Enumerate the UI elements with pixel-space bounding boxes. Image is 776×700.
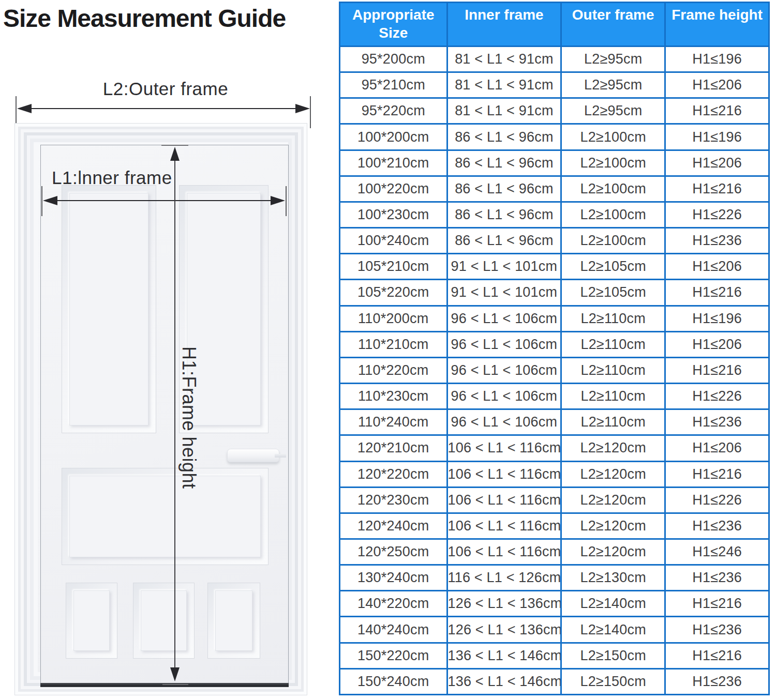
table-cell: H1≤236 [665,513,769,539]
table-cell: 106 < L1 < 116cm [447,435,561,461]
outer-frame-right-tick [310,96,311,128]
table-cell: L2≥100cm [561,202,665,227]
table-cell: 96 < L1 < 106cm [447,331,561,357]
table-cell: 106 < L1 < 116cm [447,513,561,539]
table-cell: L2≥110cm [561,384,665,409]
table-cell: 105*210cm [340,254,447,280]
door-frame [14,123,307,695]
table-cell: H1≤216 [665,591,769,617]
table-cell: 110*220cm [340,357,447,383]
table-cell: H1≤236 [665,668,769,694]
door-panel-bottom-right [207,583,260,659]
frame-height-bottom-tick [162,684,188,685]
door-panel-middle [62,468,268,565]
table-row: 150*240cm136 < L1 < 146cmL2≥150cmH1≤236 [340,668,769,694]
inner-frame-width-arrow [57,200,271,201]
table-cell: H1≤216 [665,98,769,124]
table-cell: 91 < L1 < 101cm [447,280,561,306]
table-row: 105*210cm91 < L1 < 101cmL2≥105cmH1≤206 [340,254,769,280]
table-cell: 81 < L1 < 91cm [447,72,561,98]
table-cell: L2≥110cm [561,331,665,357]
table-cell: 95*210cm [340,72,447,98]
outer-frame-width-label: L2:Outer frame [78,79,253,99]
table-cell: L2≥120cm [561,513,665,539]
table-cell: H1≤216 [665,280,769,306]
table-row: 100*210cm86 < L1 < 96cmL2≥100cmH1≤206 [340,150,769,176]
table-cell: 100*240cm [340,228,447,254]
inner-frame-right-tick [286,186,287,216]
table-cell: 120*230cm [340,487,447,513]
table-cell: 120*210cm [340,435,447,461]
table-row: 150*220cm136 < L1 < 146cmL2≥150cmH1≤216 [340,643,769,668]
table-cell: 86 < L1 < 96cm [447,150,561,176]
table-cell: H1≤236 [665,565,769,591]
table-cell: 96 < L1 < 106cm [447,409,561,435]
table-cell: L2≥95cm [561,47,665,72]
table-cell: H1≤226 [665,202,769,227]
table-cell: L2≥95cm [561,98,665,124]
table-cell: 106 < L1 < 116cm [447,461,561,487]
page-title: Size Measurement Guide [3,4,338,33]
table-row: 100*240cm86 < L1 < 96cmL2≥100cmH1≤236 [340,228,769,254]
table-cell: L2≥105cm [561,254,665,280]
table-cell: H1≤246 [665,539,769,565]
table-row: 100*200cm86 < L1 < 96cmL2≥100cmH1≤196 [340,124,769,150]
table-cell: 120*220cm [340,461,447,487]
table-cell: H1≤206 [665,331,769,357]
door-panel-bottom-left [66,583,117,659]
table-row: 110*200cm96 < L1 < 106cmL2≥110cmH1≤196 [340,306,769,331]
table-cell: L2≥110cm [561,357,665,383]
table-row: 120*240cm106 < L1 < 116cmL2≥120cmH1≤236 [340,513,769,539]
table-cell: 86 < L1 < 96cm [447,228,561,254]
table-cell: L2≥95cm [561,72,665,98]
table-cell: 150*240cm [340,668,447,694]
table-cell: H1≤216 [665,176,769,202]
column-header-outer-frame: Outer frame [561,3,665,47]
door-handle [227,449,279,462]
table-cell: 96 < L1 < 106cm [447,384,561,409]
table-cell: H1≤206 [665,254,769,280]
inner-frame-width-label: L1:lnner frame [52,168,172,188]
table-cell: 96 < L1 < 106cm [447,306,561,331]
table-cell: 95*220cm [340,98,447,124]
table-cell: 106 < L1 < 116cm [447,487,561,513]
table-cell: L2≥110cm [561,409,665,435]
table-cell: 126 < L1 < 136cm [447,591,561,617]
table-cell: 100*220cm [340,176,447,202]
table-cell: L2≥120cm [561,487,665,513]
table-cell: L2≥120cm [561,461,665,487]
table-cell: 140*240cm [340,617,447,643]
table-cell: H1≤196 [665,124,769,150]
door-panel-top-left [62,185,156,433]
table-cell: 130*240cm [340,565,447,591]
table-cell: H1≤236 [665,228,769,254]
table-cell: 136 < L1 < 146cm [447,643,561,668]
table-cell: 100*230cm [340,202,447,227]
table-cell: H1≤236 [665,617,769,643]
outer-frame-width-arrow [31,108,296,109]
table-cell: L2≥120cm [561,539,665,565]
table-cell: 140*220cm [340,591,447,617]
table-row: 140*220cm126 < L1 < 136cmL2≥140cmH1≤216 [340,591,769,617]
table-row: 110*240cm96 < L1 < 106cmL2≥110cmH1≤236 [340,409,769,435]
door-panel-bottom-center [133,583,195,659]
table-row: 95*210cm81 < L1 < 91cmL2≥95cmH1≤206 [340,72,769,98]
table-row: 140*240cm126 < L1 < 136cmL2≥140cmH1≤236 [340,617,769,643]
table-cell: L2≥130cm [561,565,665,591]
table-row: 120*210cm106 < L1 < 116cmL2≥120cmH1≤206 [340,435,769,461]
table-row: 110*230cm96 < L1 < 106cmL2≥110cmH1≤226 [340,384,769,409]
table-cell: 110*200cm [340,306,447,331]
table-cell: H1≤216 [665,643,769,668]
column-header-inner-frame: Inner frame [447,3,561,47]
table-cell: 86 < L1 < 96cm [447,176,561,202]
table-row: 105*220cm91 < L1 < 101cmL2≥105cmH1≤216 [340,280,769,306]
table-cell: L2≥140cm [561,617,665,643]
size-table-header-row: Appropriate SizeInner frameOuter frameFr… [340,3,769,47]
table-cell: L2≥150cm [561,643,665,668]
table-row: 110*220cm96 < L1 < 106cmL2≥110cmH1≤216 [340,357,769,383]
size-table-body: 95*200cm81 < L1 < 91cmL2≥95cmH1≤19695*21… [340,47,769,695]
frame-height-arrow [174,160,175,668]
table-cell: H1≤206 [665,435,769,461]
table-cell: L2≥150cm [561,668,665,694]
table-row: 95*220cm81 < L1 < 91cmL2≥95cmH1≤216 [340,98,769,124]
